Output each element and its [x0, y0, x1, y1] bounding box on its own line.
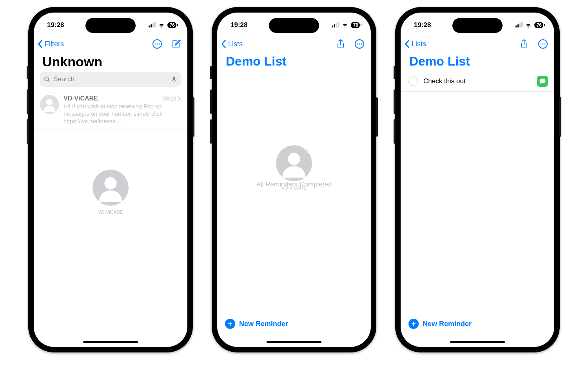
ellipsis-circle-icon — [538, 39, 548, 49]
dictate-icon[interactable] — [171, 76, 177, 82]
search-field[interactable] — [40, 72, 181, 87]
dynamic-island — [269, 18, 319, 33]
chevron-left-icon — [221, 40, 227, 48]
status-time: 19:28 — [47, 21, 64, 29]
home-indicator[interactable] — [450, 341, 505, 343]
dynamic-island — [452, 18, 503, 33]
status-time: 19:28 — [230, 21, 247, 29]
compose-icon — [171, 39, 181, 49]
ellipsis-circle-icon — [354, 39, 365, 49]
svg-point-4 — [156, 43, 158, 44]
drag-ghost-contact[interactable]: VD-ViCARE — [93, 170, 129, 215]
svg-point-12 — [361, 43, 362, 44]
search-input[interactable] — [53, 75, 169, 84]
wifi-icon — [525, 22, 532, 28]
new-reminder-label: New Reminder — [239, 320, 288, 328]
drag-ghost-caption: VD-ViCARE — [281, 185, 307, 191]
chevron-left-icon — [405, 40, 410, 48]
messages-app-badge[interactable] — [537, 76, 548, 87]
cellular-icon — [149, 23, 156, 27]
phone-reminders-item: 19:28 76 Lists D — [395, 7, 560, 352]
svg-point-11 — [359, 43, 360, 44]
svg-point-15 — [542, 43, 543, 44]
back-label: Filters — [45, 40, 64, 48]
more-button[interactable] — [152, 39, 162, 49]
nav-bar: Lists — [401, 34, 554, 53]
status-time: 19:28 — [414, 21, 431, 29]
avatar-icon — [40, 95, 59, 114]
message-sender: VD-ViCARE — [64, 95, 98, 102]
cellular-icon — [332, 23, 339, 27]
message-time: 09:29 — [163, 95, 181, 102]
more-button[interactable] — [538, 39, 548, 49]
message-row[interactable]: VD-ViCARE 09:29 Hi! If you wish to stop … — [34, 91, 187, 130]
svg-point-14 — [540, 43, 541, 44]
share-button[interactable] — [519, 39, 529, 49]
svg-point-5 — [158, 43, 160, 44]
home-indicator[interactable] — [267, 341, 321, 343]
share-button[interactable] — [336, 39, 346, 49]
chevron-left-icon — [38, 40, 43, 48]
plus-circle-icon: + — [408, 319, 419, 329]
new-reminder-button[interactable]: + New Reminder — [408, 319, 472, 329]
new-reminder-label: New Reminder — [423, 320, 472, 328]
reminder-item[interactable]: Check this out — [401, 71, 554, 92]
avatar-icon — [93, 170, 129, 206]
battery-icon: 76 — [534, 22, 543, 28]
wifi-icon — [158, 22, 165, 28]
reminder-checkbox[interactable] — [408, 77, 418, 86]
cellular-icon — [515, 23, 523, 27]
share-icon — [519, 39, 529, 49]
chevron-right-icon — [178, 96, 181, 101]
svg-point-3 — [154, 43, 156, 44]
nav-bar: Filters — [34, 34, 187, 53]
compose-button[interactable] — [171, 39, 181, 49]
phone-messages-unknown: 19:28 76 Filters — [28, 7, 193, 352]
reminder-text[interactable]: Check this out — [423, 77, 532, 85]
phone-reminders-empty: 19:28 76 Lists D — [212, 7, 376, 352]
drag-ghost-caption: VD-ViCARE — [98, 210, 123, 215]
back-label: Lists — [412, 40, 426, 48]
nav-bar: Lists — [217, 34, 371, 53]
drag-ghost-contact[interactable]: + VD-ViCARE — [276, 145, 312, 191]
search-icon — [44, 76, 50, 82]
svg-point-10 — [357, 43, 358, 44]
plus-circle-icon: + — [225, 319, 235, 329]
ellipsis-circle-icon — [152, 39, 162, 49]
svg-line-7 — [48, 80, 50, 82]
message-bubble-icon — [539, 78, 546, 85]
avatar-icon: + — [276, 145, 312, 181]
list-title: Demo List — [401, 53, 554, 71]
page-title: Unknown — [34, 53, 187, 72]
back-button[interactable]: Lists — [405, 40, 426, 48]
back-button[interactable]: Filters — [38, 40, 64, 48]
home-indicator[interactable] — [83, 341, 138, 343]
svg-point-16 — [544, 43, 545, 44]
back-button[interactable]: Lists — [221, 40, 243, 48]
svg-rect-8 — [173, 77, 175, 80]
dynamic-island — [85, 18, 136, 33]
battery-icon: 76 — [351, 22, 360, 28]
more-button[interactable] — [354, 39, 365, 49]
battery-icon: 76 — [167, 22, 176, 28]
message-preview: Hi! If you wish to stop receiving Pop up… — [64, 103, 181, 125]
share-icon — [336, 39, 346, 49]
back-label: Lists — [228, 40, 243, 48]
new-reminder-button[interactable]: + New Reminder — [225, 319, 288, 329]
list-title: Demo List — [217, 53, 371, 71]
wifi-icon — [341, 22, 348, 28]
